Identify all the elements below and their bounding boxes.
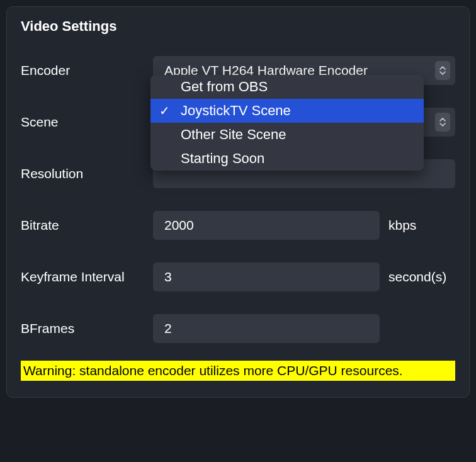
bitrate-label: Bitrate <box>21 218 153 233</box>
updown-icon[interactable] <box>435 113 450 132</box>
bitrate-row: Bitrate kbps <box>21 211 455 240</box>
option-label: Get from OBS <box>181 79 268 94</box>
option-label: Other Site Scene <box>181 127 286 142</box>
scene-option-get-from-obs[interactable]: Get from OBS <box>150 75 424 99</box>
scene-option-joysticktv[interactable]: ✓ JoystickTV Scene <box>150 99 424 123</box>
bframes-input[interactable] <box>153 314 380 343</box>
bframes-row: BFrames <box>21 314 455 343</box>
updown-icon[interactable] <box>435 61 450 80</box>
encoder-label: Encoder <box>21 63 153 78</box>
resolution-label: Resolution <box>21 166 153 181</box>
scene-option-starting-soon[interactable]: Starting Soon <box>150 147 424 171</box>
keyframe-unit: second(s) <box>388 269 446 285</box>
keyframe-row: Keyframe Interval second(s) <box>21 262 455 291</box>
option-label: Starting Soon <box>181 150 264 166</box>
scene-dropdown: Get from OBS ✓ JoystickTV Scene Other Si… <box>150 75 424 171</box>
panel-title: Video Settings <box>21 18 455 35</box>
video-settings-panel: Video Settings Encoder Apple VT H264 Har… <box>6 6 470 398</box>
keyframe-input[interactable] <box>153 262 380 291</box>
bframes-label: BFrames <box>21 321 153 336</box>
scene-option-other-site[interactable]: Other Site Scene <box>150 123 424 147</box>
checkmark-icon: ✓ <box>159 103 170 118</box>
option-label: JoystickTV Scene <box>181 103 291 118</box>
bitrate-unit: kbps <box>388 218 416 233</box>
bitrate-input[interactable] <box>153 211 380 240</box>
scene-label: Scene <box>21 115 153 130</box>
warning-banner: Warning: standalone encoder utilizes mor… <box>21 361 455 381</box>
keyframe-label: Keyframe Interval <box>21 269 153 285</box>
